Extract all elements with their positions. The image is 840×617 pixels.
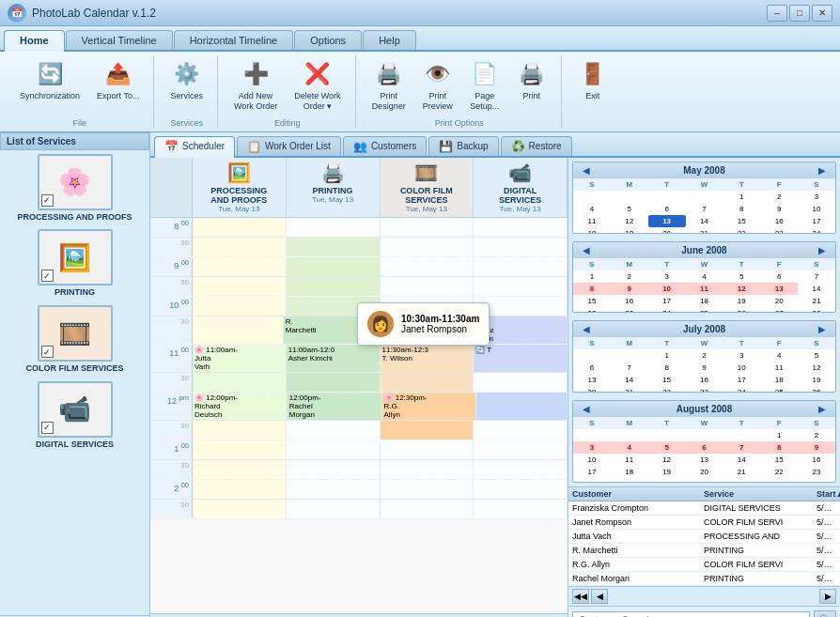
cell-proc-9h[interactable]: [193, 277, 287, 296]
may-next[interactable]: ▶: [815, 165, 830, 176]
appt-scroll-up[interactable]: ▲: [836, 489, 840, 499]
minimize-button[interactable]: –: [767, 5, 787, 22]
cell-color-8[interactable]: [381, 218, 474, 237]
close-button[interactable]: ✕: [812, 5, 832, 22]
scheduler-body[interactable]: 8 00 30: [150, 218, 568, 613]
cell-proc-8h[interactable]: [193, 238, 287, 256]
tab-horizontal-timeline[interactable]: Horizontal Timeline: [174, 30, 294, 50]
list-item[interactable]: 🎞️ ✓ COLOR FILM SERVICES: [4, 305, 146, 374]
cell-proc-10[interactable]: [193, 297, 287, 316]
cell-digital-8[interactable]: [474, 218, 568, 237]
tab-backup[interactable]: 💾 Backup: [428, 136, 498, 156]
digital-checkbox[interactable]: ✓: [41, 422, 54, 434]
cell-print-1h[interactable]: [287, 460, 381, 479]
cell-print-1[interactable]: [287, 440, 381, 459]
print-preview-button[interactable]: 👁️ PrintPreview: [416, 55, 459, 116]
exit-button[interactable]: 🚪 Exit: [571, 55, 614, 105]
cell-color-2h[interactable]: [381, 500, 474, 518]
cell-print-11h[interactable]: [287, 373, 381, 392]
tab-customers[interactable]: 👥 Customers: [343, 136, 427, 156]
cell-print-9h[interactable]: [287, 277, 381, 296]
cell-proc-10h[interactable]: [193, 316, 284, 344]
cell-proc-1[interactable]: [193, 440, 287, 459]
august-next[interactable]: ▶: [815, 404, 830, 414]
cell-print-2[interactable]: [287, 480, 381, 499]
list-item[interactable]: 📹 ✓ DIGITAL SERVICES: [4, 381, 146, 450]
cell-color-12[interactable]: 🌸 12:30pm-R.G.Allyn: [382, 393, 477, 420]
table-row[interactable]: R. Marchetti PRINTING 5/13/2008 8:30: [568, 544, 840, 558]
printing-checkbox[interactable]: ✓: [41, 270, 54, 282]
june-prev[interactable]: ◀: [579, 245, 594, 255]
cell-color-12h[interactable]: [381, 421, 474, 440]
cell-digital-2h[interactable]: [474, 500, 568, 518]
delete-work-order-button[interactable]: ❌ Delete WorkOrder ▾: [288, 55, 347, 116]
cell-color-9[interactable]: [381, 257, 474, 276]
tab-vertical-timeline[interactable]: Vertical Timeline: [66, 30, 173, 50]
add-work-order-button[interactable]: ➕ Add NewWork Order: [227, 55, 284, 116]
cell-print-12[interactable]: 12:00pm-RachelMorgan: [288, 393, 382, 420]
cell-print-8h[interactable]: [287, 238, 381, 256]
cell-proc-11h[interactable]: [193, 373, 287, 392]
table-row[interactable]: Jutta Vach PROCESSING AND 5/13/2008 11:0: [568, 530, 840, 544]
july-next[interactable]: ▶: [815, 324, 830, 334]
cell-print-12h[interactable]: [287, 421, 381, 440]
list-item[interactable]: 🌸 ✓ PROCESSING AND PROOFS: [4, 154, 146, 223]
cell-digital-12[interactable]: [476, 393, 568, 420]
appt-nav-next[interactable]: ▶: [819, 589, 836, 604]
cell-proc-2h[interactable]: [193, 500, 287, 518]
cell-digital-11[interactable]: 🔄 T: [474, 345, 568, 372]
cell-digital-8h[interactable]: [474, 238, 568, 256]
june-next[interactable]: ▶: [815, 245, 830, 255]
cell-color-11[interactable]: 11:30am-12:3T. Wilson: [381, 345, 474, 372]
tab-options[interactable]: Options: [294, 30, 362, 50]
cell-proc-11[interactable]: 🌸 11:00am-JuttaVarh: [193, 345, 287, 372]
maximize-button[interactable]: □: [789, 5, 810, 22]
cell-color-9h[interactable]: [381, 277, 474, 296]
cell-color-1[interactable]: [381, 440, 474, 459]
table-row[interactable]: Janet Rompson COLOR FILM SERVI 5/13/2008…: [568, 516, 840, 530]
august-prev[interactable]: ◀: [579, 404, 594, 414]
may-prev[interactable]: ◀: [579, 165, 594, 176]
cell-digital-1h[interactable]: [474, 460, 568, 479]
customer-search-button[interactable]: 🔍: [814, 610, 836, 617]
table-row[interactable]: R.G. Allyn COLOR FILM SERVI 5/13/2008 12…: [568, 558, 840, 572]
cell-color-11h[interactable]: [381, 373, 474, 392]
cell-proc-2[interactable]: [193, 480, 287, 499]
cell-proc-1h[interactable]: [193, 460, 287, 479]
cell-digital-9[interactable]: [474, 257, 568, 276]
cell-print-11[interactable]: 11:00am-12:0Asher Kimchi: [287, 345, 381, 372]
tab-scheduler[interactable]: 📅 Scheduler: [154, 136, 235, 158]
cell-digital-11h[interactable]: [474, 373, 568, 392]
cell-digital-12h[interactable]: [474, 421, 568, 440]
appt-nav-prev[interactable]: ◀◀: [572, 589, 589, 604]
cell-proc-12[interactable]: 🌸 12:00pm-RichardDeutsch: [193, 393, 288, 420]
cell-proc-12h[interactable]: [193, 421, 287, 440]
cell-digital-2[interactable]: [474, 480, 568, 499]
cell-digital-1[interactable]: [474, 440, 568, 459]
list-item[interactable]: 🖼️ ✓ PRINTING: [4, 229, 146, 298]
customer-search-input[interactable]: [572, 611, 810, 617]
tab-home[interactable]: Home: [4, 30, 65, 52]
tab-work-order-list[interactable]: 📋 Work Order List: [237, 136, 341, 156]
cell-print-9[interactable]: [287, 257, 381, 276]
table-row[interactable]: Rachel Morgan PRINTING 5/13/2008 12:0: [568, 572, 840, 586]
synchronization-button[interactable]: 🔄 Synchronization: [13, 55, 86, 105]
cell-print-2h[interactable]: [287, 500, 381, 518]
cell-proc-8[interactable]: [193, 218, 287, 237]
cell-print-8[interactable]: [287, 218, 381, 237]
tab-restore[interactable]: ♻️ Restore: [501, 136, 572, 156]
print-designer-button[interactable]: 🖨️ PrintDesigner: [366, 55, 412, 116]
processing-checkbox[interactable]: ✓: [41, 194, 54, 207]
appt-nav-prev2[interactable]: ◀: [591, 589, 608, 604]
cell-digital-9h[interactable]: [474, 277, 568, 296]
cell-proc-9[interactable]: [193, 257, 287, 276]
table-row[interactable]: Franziska Crompton DIGITAL SERVICES 5/13…: [568, 501, 840, 516]
export-to-button[interactable]: 📤 Export To...: [90, 55, 146, 105]
cell-color-2[interactable]: [381, 480, 474, 499]
cell-color-8h2[interactable]: [381, 238, 474, 256]
cell-color-1h[interactable]: [381, 460, 474, 479]
page-setup-button[interactable]: 📄 PageSetup...: [463, 55, 506, 116]
services-button[interactable]: ⚙️ Services: [163, 55, 210, 105]
print-button[interactable]: 🖨️ Print: [510, 55, 553, 105]
tab-help[interactable]: Help: [363, 30, 416, 50]
